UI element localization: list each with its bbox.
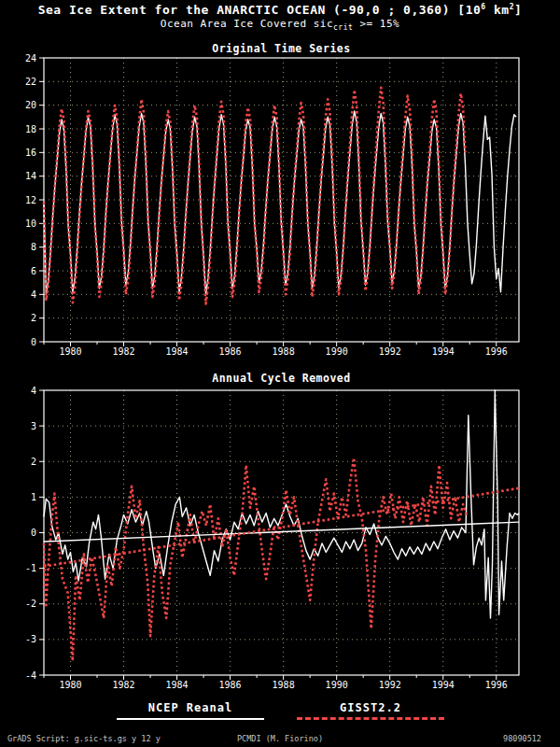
svg-text:1982: 1982 (112, 346, 134, 357)
svg-text:2: 2 (31, 457, 36, 467)
svg-text:1992: 1992 (379, 680, 401, 690)
svg-text:16: 16 (25, 148, 36, 158)
pcmdi-credit: PCMDI (M. Fiorino) (0, 734, 560, 743)
svg-text:-3: -3 (25, 634, 36, 644)
svg-text:12: 12 (25, 195, 36, 205)
svg-text:2: 2 (31, 313, 36, 323)
svg-text:10: 10 (25, 218, 36, 229)
svg-text:1994: 1994 (432, 346, 455, 357)
legend-gisst-label: GISST2.2 (297, 701, 444, 714)
svg-text:4: 4 (31, 386, 36, 396)
svg-text:1988: 1988 (273, 680, 295, 690)
svg-text:1992: 1992 (379, 346, 401, 357)
svg-text:-2: -2 (25, 599, 36, 609)
svg-text:24: 24 (25, 53, 36, 63)
svg-text:1980: 1980 (59, 680, 81, 690)
svg-text:18: 18 (25, 124, 36, 134)
svg-text:0: 0 (31, 528, 36, 538)
svg-text:20: 20 (25, 100, 36, 110)
svg-text:1986: 1986 (219, 680, 242, 690)
svg-text:1984: 1984 (166, 680, 189, 690)
svg-text:1: 1 (31, 492, 36, 502)
svg-text:1980: 1980 (59, 346, 81, 357)
legend-ncep-line-sample (117, 718, 264, 720)
svg-text:22: 22 (25, 77, 36, 87)
time-series-charts: 0246810121416182022241980198219841986198… (0, 0, 560, 747)
svg-text:1994: 1994 (432, 680, 455, 690)
svg-text:0: 0 (31, 337, 36, 347)
svg-text:6: 6 (31, 266, 36, 276)
grads-chart-page: Sea Ice Extent for the ANARCTIC OCEAN (-… (0, 0, 560, 747)
svg-text:1990: 1990 (326, 680, 348, 690)
svg-text:1990: 1990 (326, 346, 348, 357)
svg-text:14: 14 (25, 171, 36, 181)
svg-text:1996: 1996 (485, 680, 508, 690)
legend-gisst-line-sample (297, 717, 444, 720)
svg-text:-1: -1 (25, 563, 36, 573)
svg-text:3: 3 (31, 421, 36, 431)
svg-text:1996: 1996 (485, 346, 508, 357)
svg-text:1986: 1986 (219, 346, 242, 357)
svg-text:1988: 1988 (273, 346, 295, 357)
svg-text:-4: -4 (25, 670, 36, 681)
svg-text:8: 8 (31, 242, 36, 252)
date-stamp: 98090512 (503, 734, 541, 743)
legend-ncep-label: NCEP Reanal (117, 701, 264, 714)
svg-text:1982: 1982 (112, 680, 134, 690)
svg-text:4: 4 (31, 289, 36, 300)
svg-text:1984: 1984 (166, 346, 189, 357)
